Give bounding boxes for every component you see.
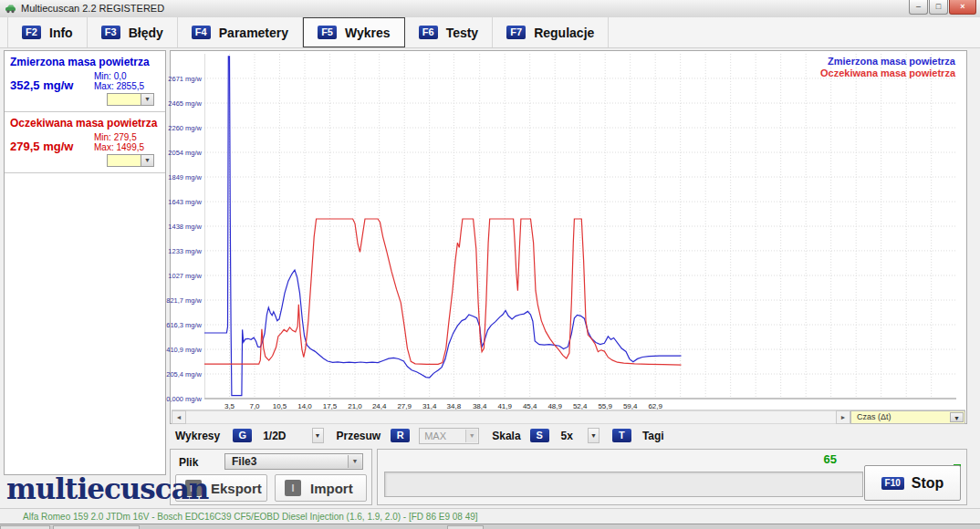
param-scale-combo[interactable]: ▼ <box>107 93 154 106</box>
skala-label: Skala <box>492 430 520 442</box>
legend-oczekiwana: Oczekiwana masa powietrza <box>820 67 955 79</box>
close-icon: × <box>960 2 964 11</box>
param-name: Zmierzona masa powietrza <box>10 56 150 68</box>
param-min: Min: 279,5 <box>94 132 137 142</box>
dropdown-arrow-icon: ▼ <box>141 155 153 166</box>
tab-testy[interactable]: F6 Testy <box>405 17 494 47</box>
f6-key-badge: F6 <box>419 26 438 39</box>
scroll-right-icon: ► <box>840 414 847 420</box>
maximize-icon: □ <box>936 2 941 11</box>
stop-button[interactable]: F10 Stop <box>864 465 961 501</box>
title-bar: Multiecuscan 2.2 REGISTERED – □ × <box>0 0 980 18</box>
chart-plot-area[interactable] <box>204 54 956 401</box>
y-tick-label: 1233 mg/w <box>168 247 202 255</box>
scroll-left-button[interactable]: ◄ <box>172 410 186 424</box>
y-tick-label: 1438 mg/w <box>168 223 202 231</box>
przesuw-combo[interactable]: MAX ▼ <box>419 428 479 444</box>
application-window: Multiecuscan 2.2 REGISTERED – □ × F2 Inf… <box>0 0 980 529</box>
i-key-badge: I <box>285 480 301 496</box>
param-card-oczekiwana[interactable]: Oczekiwana masa powietrza 279,5 mg/w Min… <box>5 112 165 173</box>
dropdown-arrow-icon: ▼ <box>141 94 153 105</box>
sample-counter: 65 <box>824 452 837 466</box>
wykresy-label: Wykresy <box>175 430 220 442</box>
f5-key-badge: F5 <box>318 26 337 39</box>
y-tick-label: 1027 mg/w <box>168 272 202 280</box>
param-min: Min: 0,0 <box>94 71 127 81</box>
tab-wykres[interactable]: F5 Wykres <box>303 17 405 47</box>
f10-key-badge: F10 <box>881 477 904 490</box>
taskbar-segment <box>447 525 484 529</box>
f7-key-badge: F7 <box>506 26 526 39</box>
progress-bar <box>384 472 863 497</box>
skala-dropdown-button[interactable]: ▼ <box>588 428 599 443</box>
y-tick-label: 205,4 mg/w <box>166 370 202 379</box>
close-button[interactable]: × <box>949 0 976 15</box>
param-value: 279,5 mg/w <box>10 140 73 153</box>
param-value: 352,5 mg/w <box>10 78 73 92</box>
chart-panel: 0,000 mg/w205,4 mg/w410,9 mg/w616,3 mg/w… <box>170 50 967 424</box>
s-key-badge: S <box>530 429 549 442</box>
chart-scrollbar: ◄ ► Czas (Δt) ▼ <box>172 410 965 424</box>
series-line <box>204 219 682 365</box>
y-tick-label: 2671 mg/w <box>168 75 202 83</box>
legend-zmierzona: Zmierzona masa powietrza <box>820 56 955 67</box>
time-axis-combo[interactable]: Czas (Δt) ▼ <box>850 410 965 424</box>
minimize-button[interactable]: – <box>909 0 928 15</box>
param-max: Max: 1499,5 <box>94 142 144 152</box>
r-key-badge: R <box>391 429 410 442</box>
taskbar-sliver <box>0 524 980 529</box>
chart-toolbar: Wykresy G 1/2D ▼ Przesuw R MAX ▼ Skala S… <box>170 425 967 446</box>
tab-bledy[interactable]: F3 Błędy <box>88 17 178 47</box>
chart-legend: Zmierzona masa powietrza Oczekiwana masa… <box>820 56 955 79</box>
param-name: Oczekiwana masa powietrza <box>10 117 157 130</box>
maximize-button[interactable]: □ <box>929 0 948 15</box>
y-tick-label: 2054 mg/w <box>168 149 202 157</box>
tagi-label: Tagi <box>642 430 664 442</box>
f2-key-badge: F2 <box>22 26 41 39</box>
taskbar-segment <box>0 525 50 529</box>
tab-regulacje[interactable]: F7 Regulacje <box>493 17 609 47</box>
przesuw-label: Przesuw <box>337 430 381 442</box>
dropdown-arrow-icon: ▼ <box>348 455 361 468</box>
wykresy-value[interactable]: 1/2D <box>263 430 286 442</box>
wykresy-dropdown-button[interactable]: ▼ <box>312 428 324 443</box>
f3-key-badge: F3 <box>101 26 120 39</box>
y-tick-label: 1849 mg/w <box>168 173 202 182</box>
y-tick-label: 2260 mg/w <box>168 124 202 132</box>
time-axis-label: Czas (Δt) <box>857 412 891 421</box>
f4-key-badge: F4 <box>192 26 211 39</box>
tab-bar: F2 Info F3 Błędy F4 Parametery F5 Wykres… <box>0 17 980 48</box>
progress-panel: 65 F10 Stop <box>377 449 967 505</box>
minimize-icon: – <box>916 2 921 11</box>
tab-parametery[interactable]: F4 Parametery <box>178 17 303 47</box>
y-tick-label: 821,7 mg/w <box>166 296 202 305</box>
app-icon <box>5 3 16 15</box>
dropdown-arrow-icon: ▼ <box>465 430 477 442</box>
scroll-right-button[interactable]: ► <box>836 410 850 424</box>
t-key-badge: T <box>612 429 631 442</box>
vehicle-info-text: Alfa Romeo 159 2.0 JTDm 16V - Bosch EDC1… <box>23 512 478 522</box>
file-select[interactable]: File3 ▼ <box>224 453 363 470</box>
scrollbar-track[interactable] <box>186 410 836 424</box>
skala-value[interactable]: 5x <box>561 430 573 442</box>
y-tick-label: 616,3 mg/w <box>166 321 202 329</box>
g-key-badge: G <box>233 429 252 442</box>
scroll-left-icon: ◄ <box>176 414 182 420</box>
y-tick-label: 410,9 mg/w <box>166 346 202 354</box>
taskbar-segment <box>53 525 140 529</box>
multiecuscan-logo: multiecuscan <box>6 472 208 505</box>
y-axis-labels: 0,000 mg/w205,4 mg/w410,9 mg/w616,3 mg/w… <box>171 54 203 401</box>
y-tick-label: 0,000 mg/w <box>166 395 202 403</box>
y-tick-label: 2465 mg/w <box>168 99 202 108</box>
plik-label: Plik <box>179 456 198 469</box>
y-tick-label: 1643 mg/w <box>168 198 202 206</box>
param-max: Max: 2855,5 <box>94 81 144 91</box>
parameter-sidebar: Zmierzona masa powietrza 352,5 mg/w Min:… <box>4 50 166 475</box>
param-scale-combo[interactable]: ▼ <box>107 154 154 167</box>
tab-info[interactable]: F2 Info <box>7 17 88 47</box>
dropdown-arrow-icon: ▼ <box>950 412 964 422</box>
import-button[interactable]: I Import <box>275 474 367 502</box>
param-card-zmierzona[interactable]: Zmierzona masa powietrza 352,5 mg/w Min:… <box>5 51 165 112</box>
window-title: Multiecuscan 2.2 REGISTERED <box>21 3 164 14</box>
status-bar: Alfa Romeo 159 2.0 JTDm 16V - Bosch EDC1… <box>0 508 980 524</box>
